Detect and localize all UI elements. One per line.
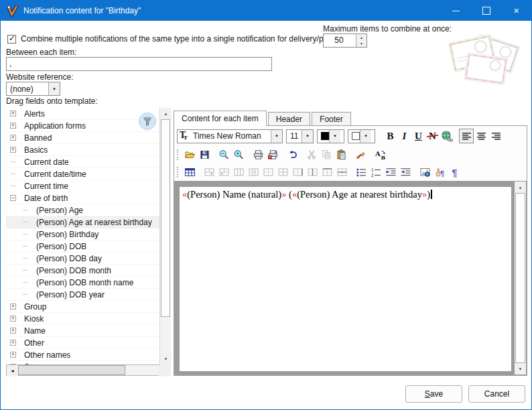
- open-file-button[interactable]: [182, 147, 197, 162]
- tree-item[interactable]: Other: [6, 337, 159, 349]
- tree-item[interactable]: Other names: [6, 349, 159, 361]
- website-reference-select[interactable]: (none): [6, 82, 60, 96]
- bold-button[interactable]: B: [383, 129, 397, 143]
- combine-checkbox[interactable]: [7, 35, 16, 44]
- italic-button[interactable]: I: [397, 129, 411, 143]
- change-case-button[interactable]: AB: [373, 147, 387, 162]
- increase-indent-button[interactable]: [383, 165, 398, 180]
- dropdown-arrow-icon[interactable]: [329, 130, 340, 143]
- tree-item[interactable]: (Person) Age at nearest birthday: [6, 216, 159, 228]
- tree-item[interactable]: Group: [6, 301, 159, 313]
- highlight-color-select[interactable]: [348, 129, 375, 143]
- tab-header[interactable]: Header: [268, 112, 310, 126]
- bullet-list-button[interactable]: [354, 165, 369, 180]
- tree-item[interactable]: Current date: [6, 156, 159, 168]
- paragraph-mark-button[interactable]: ¶: [447, 165, 462, 180]
- dropdown-arrow-icon[interactable]: [48, 82, 60, 95]
- maximize-button[interactable]: [471, 1, 501, 21]
- editor-scroll-thumb[interactable]: [515, 193, 525, 363]
- collapse-icon[interactable]: [10, 195, 16, 201]
- scroll-down-icon[interactable]: [160, 353, 172, 364]
- expand-icon[interactable]: [10, 123, 16, 129]
- expand-icon[interactable]: [10, 111, 16, 117]
- save-button[interactable]: [197, 147, 212, 162]
- max-items-value[interactable]: 50: [324, 34, 356, 47]
- editor-text[interactable]: «(Person) Name (natural)» («(Person) Age…: [180, 187, 511, 200]
- editor-area[interactable]: «(Person) Name (natural)» («(Person) Age…: [174, 181, 527, 375]
- insert-hyperlink-button[interactable]: [440, 129, 454, 143]
- tree-item[interactable]: Basics: [6, 144, 159, 156]
- tree-horizontal-scrollbar[interactable]: [6, 364, 171, 376]
- scroll-down-icon[interactable]: [515, 363, 526, 374]
- numbered-list-button[interactable]: 12: [369, 165, 383, 180]
- tree-item[interactable]: (Person) Birthday: [6, 228, 159, 241]
- tree-vscroll-thumb[interactable]: [161, 119, 170, 317]
- toolbar-grip[interactable]: [177, 149, 180, 160]
- align-center-button[interactable]: [474, 129, 488, 143]
- dropdown-arrow-icon[interactable]: [271, 130, 282, 143]
- tree-item[interactable]: (Person) DOB: [6, 241, 159, 253]
- minimize-button[interactable]: [441, 1, 471, 21]
- tree-item[interactable]: Application forms: [6, 120, 159, 132]
- tree-item[interactable]: (Person) DOB day: [6, 253, 159, 265]
- title-bar[interactable]: Notification content for "Birthday": [1, 1, 531, 21]
- editor-page[interactable]: «(Person) Name (natural)» («(Person) Age…: [180, 187, 511, 371]
- tree-item[interactable]: (Person) DOB year: [6, 289, 159, 301]
- tree-item[interactable]: Banned: [6, 132, 159, 144]
- field-tree[interactable]: AlertsApplication formsBannedBasicsCurre…: [6, 108, 171, 376]
- zoom-in-button[interactable]: [231, 147, 246, 162]
- tree-item[interactable]: Current time: [6, 180, 159, 192]
- print-settings-button[interactable]: [265, 147, 280, 162]
- align-left-button[interactable]: [459, 129, 474, 143]
- tab-footer[interactable]: Footer: [312, 112, 351, 126]
- expand-icon[interactable]: [10, 328, 16, 334]
- expand-icon[interactable]: [10, 303, 16, 310]
- toolbar-grip[interactable]: [177, 167, 180, 178]
- save-button[interactable]: Save: [405, 385, 462, 403]
- font-family-select[interactable]: T T Times New Roman: [177, 129, 283, 143]
- between-item-input[interactable]: ,: [6, 57, 272, 71]
- expand-icon[interactable]: [10, 340, 16, 346]
- tree-item[interactable]: Alerts: [6, 108, 159, 120]
- underline-button[interactable]: U: [411, 129, 425, 143]
- max-items-spinner[interactable]: 50: [323, 33, 367, 48]
- editor-scrollbar[interactable]: [515, 182, 526, 374]
- align-right-button[interactable]: [488, 129, 503, 143]
- tab-content-for-each-item[interactable]: Content for each item: [174, 111, 267, 126]
- font-size-select[interactable]: 11: [286, 129, 314, 143]
- tree-hscroll-thumb[interactable]: [18, 365, 125, 375]
- print-button[interactable]: [251, 147, 265, 162]
- scroll-left-icon[interactable]: [7, 365, 18, 377]
- scroll-up-icon[interactable]: [515, 182, 526, 193]
- expand-icon[interactable]: [10, 316, 16, 322]
- cancel-button[interactable]: Cancel: [468, 385, 525, 403]
- hand-paragraph-button[interactable]: ¶: [432, 165, 447, 180]
- tree-vertical-scrollbar[interactable]: [159, 108, 171, 364]
- dropdown-arrow-icon[interactable]: [360, 130, 371, 143]
- expand-icon[interactable]: [10, 352, 16, 358]
- font-color-select[interactable]: [317, 129, 344, 143]
- paste-button[interactable]: [334, 147, 348, 162]
- expand-icon[interactable]: [10, 147, 16, 153]
- insert-table-button[interactable]: [182, 165, 197, 180]
- tree-item[interactable]: Date of birth: [6, 192, 159, 204]
- format-painter-button[interactable]: [353, 147, 368, 162]
- dropdown-arrow-icon[interactable]: [302, 130, 313, 143]
- spinner-up-icon[interactable]: [356, 34, 367, 41]
- close-button[interactable]: [501, 1, 531, 21]
- undo-button[interactable]: [285, 147, 300, 162]
- tree-item[interactable]: Current date/time: [6, 168, 159, 180]
- spinner-down-icon[interactable]: [356, 41, 367, 48]
- zoom-out-button[interactable]: [216, 147, 231, 162]
- tree-item[interactable]: (Person) Age: [6, 204, 159, 216]
- tree-item[interactable]: (Person) DOB month name: [6, 277, 159, 289]
- strikethrough-n-button[interactable]: N: [425, 129, 440, 143]
- combine-checkbox-row[interactable]: Combine multiple notifications of the sa…: [7, 34, 345, 44]
- tree-item[interactable]: (Person) DOB month: [6, 265, 159, 277]
- tree-item[interactable]: Name: [6, 325, 159, 337]
- decrease-indent-button[interactable]: [398, 165, 413, 180]
- filter-button[interactable]: [139, 113, 156, 130]
- tree-item[interactable]: Kiosk: [6, 313, 159, 325]
- insert-picture-button[interactable]: [417, 165, 432, 180]
- expand-icon[interactable]: [10, 135, 16, 141]
